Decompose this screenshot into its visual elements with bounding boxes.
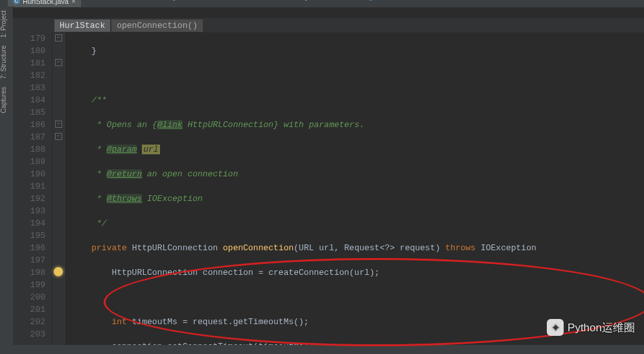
line-number: 183 [13, 82, 45, 94]
code-line[interactable]: * @return an open connection [65, 168, 644, 180]
crumb-class[interactable]: CHurlStack [367, 0, 408, 1]
class-icon: C [13, 0, 20, 5]
code-line[interactable]: * Opens an {@link HttpURLConnection} wit… [65, 119, 644, 131]
crumb-volley2[interactable]: volley [282, 0, 308, 1]
code-area[interactable]: } /** * Opens an {@link HttpURLConnectio… [65, 32, 644, 345]
code-line[interactable]: * @param url [65, 143, 644, 156]
line-number: 201 [13, 303, 45, 316]
code-line[interactable]: /** [65, 94, 644, 106]
line-number: 187 [13, 131, 45, 143]
line-number: 202 [13, 316, 45, 328]
line-number: 184 [13, 94, 45, 106]
left-tool-strip: 1: Project 7: Structure Captures [0, 6, 14, 345]
chevron-icon: 〉 [272, 0, 278, 1]
method-breadcrumb: HurlStack openConnection() [13, 18, 644, 32]
chevron-icon: 〉 [312, 0, 318, 1]
crumb-android2[interactable]: android [236, 0, 268, 1]
code-line[interactable]: */ [65, 217, 644, 230]
line-number: 199 [13, 279, 45, 291]
line-number: 195 [13, 230, 45, 242]
line-number: 197 [13, 254, 45, 266]
line-number: 193 [13, 205, 45, 217]
line-number: 180 [13, 45, 45, 57]
editor-tabs: C HurlStack.java × [0, 0, 644, 8]
code-line[interactable]: int timeoutMs = request.getTimeoutMs(); [65, 316, 644, 328]
fold-handle[interactable]: − [55, 133, 62, 140]
fold-handle[interactable]: − [55, 121, 62, 128]
chevron-icon: 〉 [358, 0, 363, 1]
code-line[interactable] [65, 69, 644, 82]
crumb-class-name[interactable]: HurlStack [54, 19, 110, 32]
line-number: 179 [13, 32, 45, 45]
fold-handle[interactable]: − [55, 59, 62, 66]
code-line[interactable]: * @throws IOException [65, 193, 644, 205]
line-number: 182 [13, 69, 45, 82]
code-line[interactable]: connection.setConnectTimeout(timeoutMs); [65, 340, 644, 345]
line-number: 198 [13, 266, 45, 279]
code-line[interactable]: } [65, 45, 644, 57]
crumb-java[interactable]: java [164, 0, 187, 1]
tab-label: HurlStack.java [23, 0, 69, 5]
chevron-icon: 〉 [116, 0, 122, 1]
line-number: 191 [13, 180, 45, 193]
crumb-main[interactable]: main [126, 0, 151, 1]
line-number-gutter: 1791801811821831841851861871881891901911… [13, 32, 52, 345]
intention-bulb-icon[interactable] [54, 267, 63, 276]
line-number: 203 [13, 328, 45, 340]
line-number: 190 [13, 168, 45, 180]
line-number: 181 [13, 57, 45, 69]
tab-hurlstack[interactable]: C HurlStack.java × [8, 0, 81, 7]
tool-project[interactable]: 1: Project [0, 6, 7, 41]
crumb-method-name[interactable]: openConnection() [111, 19, 203, 32]
code-editor[interactable]: 1791801811821831841851861871881891901911… [13, 32, 644, 345]
crumb-toolbox[interactable]: toolbox [322, 0, 353, 1]
line-number: 200 [13, 291, 45, 303]
tool-structure[interactable]: 7: Structure [0, 41, 7, 83]
fold-column: − − − − [52, 32, 65, 345]
line-number: 194 [13, 217, 45, 230]
code-line[interactable]: private HttpURLConnection openConnection… [65, 242, 644, 254]
code-line[interactable]: HttpURLConnection connection = createCon… [65, 266, 644, 279]
crumb-src[interactable]: src [93, 0, 112, 1]
chevron-icon: 〉 [83, 0, 89, 1]
chevron-icon: 〉 [191, 0, 197, 1]
crumb-com[interactable]: com [201, 0, 223, 1]
line-number: 192 [13, 193, 45, 205]
chevron-icon: 〉 [154, 0, 160, 1]
chevron-icon: 〉 [226, 0, 232, 1]
fold-handle[interactable]: − [55, 34, 62, 41]
line-number: 186 [13, 119, 45, 131]
line-number: 196 [13, 242, 45, 254]
code-line[interactable] [65, 291, 644, 303]
line-number: 189 [13, 156, 45, 168]
line-number: 185 [13, 106, 45, 119]
class-icon: C [367, 0, 374, 1]
close-icon[interactable]: × [71, 0, 76, 6]
line-number: 188 [13, 143, 45, 156]
tool-captures[interactable]: Captures [0, 83, 7, 117]
